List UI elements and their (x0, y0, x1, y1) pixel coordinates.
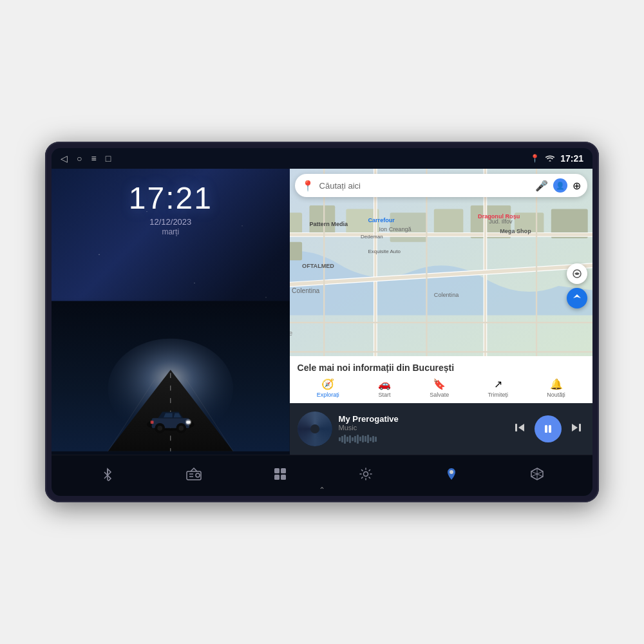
screenshot-button[interactable]: □ (106, 153, 111, 164)
svg-text:Dedeman: Dedeman (361, 234, 383, 240)
wifi-icon (545, 154, 555, 164)
status-time: 17:21 (560, 153, 583, 164)
back-button[interactable]: ◁ (61, 153, 68, 164)
svg-rect-56 (549, 425, 551, 433)
radio-icon (186, 468, 202, 484)
svg-point-62 (196, 473, 200, 477)
map-tab-trimiteți[interactable]: ↗ Trimiteți (488, 378, 508, 398)
album-art (298, 412, 332, 446)
map-tab-start[interactable]: 🚗 Start (378, 378, 391, 398)
music-controls (511, 415, 585, 442)
road-svg (52, 298, 290, 455)
nav-3d[interactable] (530, 467, 544, 485)
nav-bluetooth[interactable] (100, 467, 115, 485)
swipe-indicator: ⌃ (319, 486, 325, 495)
voice-search-icon[interactable]: 🎤 (535, 180, 548, 192)
svg-rect-61 (187, 471, 201, 480)
svg-text:OFTALMED: OFTALMED (302, 263, 334, 269)
car-display-unit: ◁ ○ ≡ □ 📍 17:21 (45, 142, 599, 502)
map-search-bar[interactable]: 📍 Căutați aici 🎤 👤 ⊕ (295, 174, 587, 197)
noutăți-icon: 🔔 (550, 378, 563, 390)
status-bar: ◁ ○ ≡ □ 📍 17:21 (52, 148, 592, 169)
svg-rect-13 (151, 421, 154, 424)
trimiteți-icon: ↗ (494, 378, 502, 390)
svg-text:Pattern Media: Pattern Media (309, 221, 348, 227)
svg-text:Carrefour: Carrefour (368, 217, 395, 223)
account-icon[interactable]: 👤 (553, 178, 567, 193)
svg-text:Google: Google (290, 330, 293, 337)
album-art-center (310, 424, 319, 433)
layers-icon[interactable]: ⊕ (573, 180, 581, 192)
salvate-label: Salvate (430, 392, 449, 398)
svg-rect-55 (545, 425, 547, 433)
music-subtitle: Music (339, 424, 505, 431)
svg-rect-20 (309, 205, 335, 235)
salvate-icon: 🔖 (433, 378, 446, 390)
svg-rect-57 (579, 424, 581, 431)
nav-buttons: ◁ ○ ≡ □ (61, 153, 111, 164)
nav-maps[interactable] (444, 467, 459, 485)
noutăți-label: Noutăți (547, 392, 565, 398)
map-nav-tabs: 🧭 Explorați 🚗 Start 🔖 Salvate (298, 378, 585, 398)
explorați-label: Explorați (317, 392, 339, 398)
layers-button[interactable] (567, 263, 587, 284)
svg-text:Str. Colentina: Str. Colentina (290, 287, 320, 294)
screen: ◁ ○ ≡ □ 📍 17:21 (52, 148, 592, 496)
lock-screen-panel: 17:21 12/12/2023 marți (52, 169, 290, 455)
svg-text:Ion Creangă: Ion Creangă (379, 226, 412, 232)
map-tab-salvate[interactable]: 🔖 Salvate (430, 378, 449, 398)
nav-settings[interactable] (359, 467, 373, 485)
svg-point-69 (363, 471, 368, 476)
svg-text:Dragonul Roșu: Dragonul Roșu (478, 213, 520, 220)
map-container[interactable]: Str. Colentina Ion Creangă Jud. Ilfov Co… (290, 169, 592, 403)
next-track-button[interactable] (568, 419, 585, 439)
status-indicators: 📍 17:21 (530, 153, 583, 164)
map-controls (567, 263, 587, 308)
google-maps-icon: 📍 (301, 180, 314, 192)
music-player: My Prerogative Music (290, 403, 592, 455)
svg-text:Exquisite Auto: Exquisite Auto (368, 249, 401, 254)
music-waveform (339, 434, 505, 444)
svg-rect-54 (515, 424, 517, 431)
prev-track-button[interactable] (511, 419, 528, 439)
svg-rect-24 (433, 209, 463, 235)
svg-point-12 (185, 419, 192, 426)
navigation-button[interactable] (567, 288, 587, 308)
lock-screen-weekday: marți (162, 227, 179, 236)
search-action-icons: 🎤 👤 ⊕ (535, 178, 581, 193)
home-button[interactable]: ○ (77, 153, 82, 164)
trimiteți-label: Trimiteți (488, 392, 508, 398)
music-title: My Prerogative (339, 414, 505, 424)
map-tab-explorați[interactable]: 🧭 Explorați (317, 378, 339, 398)
svg-rect-67 (274, 475, 279, 480)
svg-rect-68 (281, 475, 286, 480)
start-label: Start (378, 392, 390, 398)
nav-apps[interactable] (273, 467, 287, 485)
svg-rect-65 (274, 468, 279, 473)
maps-pin-icon (444, 467, 459, 485)
lock-screen-date: 12/12/2023 (149, 217, 191, 227)
nav-radio[interactable] (186, 468, 202, 484)
svg-text:Colentina: Colentina (433, 292, 459, 298)
map-tab-noutăți[interactable]: 🔔 Noutăți (547, 378, 565, 398)
explorați-icon: 🧭 (321, 378, 334, 390)
apps-grid-icon (273, 467, 287, 485)
play-pause-button[interactable] (535, 415, 562, 442)
svg-rect-66 (281, 468, 286, 473)
svg-point-70 (450, 470, 453, 474)
svg-point-17 (178, 426, 184, 431)
bluetooth-icon (100, 467, 115, 485)
location-icon: 📍 (530, 154, 540, 163)
map-info-title: Cele mai noi informații din București (298, 363, 585, 373)
map-info-card: Cele mai noi informații din București 🧭 … (290, 356, 592, 403)
search-placeholder: Căutați aici (319, 181, 530, 191)
svg-rect-22 (290, 242, 302, 260)
right-panel: Str. Colentina Ion Creangă Jud. Ilfov Co… (290, 169, 592, 455)
car-scene (52, 298, 290, 455)
lock-screen-time: 17:21 (129, 180, 213, 216)
settings-gear-icon (359, 467, 373, 485)
menu-button[interactable]: ≡ (91, 153, 96, 164)
svg-point-15 (157, 426, 162, 431)
music-info: My Prerogative Music (339, 414, 505, 444)
main-content: 17:21 12/12/2023 marți (52, 169, 592, 455)
